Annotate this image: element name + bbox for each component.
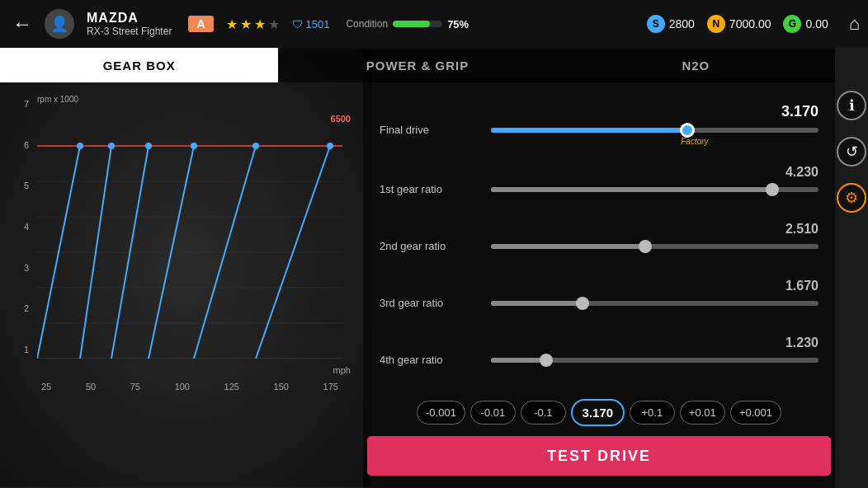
x-label-175: 175 [323, 382, 338, 392]
y-label-3: 3 [24, 263, 29, 273]
gear2-value: 2.510 [380, 222, 818, 237]
gem-icon: G [783, 15, 801, 33]
silver-value: 2800 [669, 17, 695, 30]
adj-minus-0001[interactable]: -0.001 [417, 401, 465, 425]
tab-n2o[interactable]: N2O [557, 48, 835, 82]
y-label-2: 2 [24, 303, 29, 313]
mph-label: mph [333, 365, 351, 375]
x-label-150: 150 [274, 382, 289, 392]
final-drive-value: 3.170 [380, 103, 818, 120]
gear4-thumb[interactable] [540, 354, 553, 367]
final-drive-slider[interactable]: Factory [491, 128, 818, 133]
gem-value: 0.00 [805, 17, 828, 30]
gear4-slider[interactable] [491, 358, 818, 363]
tune-button[interactable]: ⚙ [837, 183, 866, 213]
header: ← 👤 MAZDA RX-3 Street Fighter A ★ ★ ★ ★ … [0, 0, 868, 48]
reset-button[interactable]: ↺ [837, 137, 866, 167]
y-label-4: 4 [24, 222, 29, 232]
gear-chart-svg [37, 111, 342, 359]
gear3-thumb[interactable] [576, 297, 589, 310]
x-label-25: 25 [41, 382, 51, 392]
gear-chart: rpm x 1000 7 6 5 4 3 2 1 6500 [8, 91, 355, 404]
y-label-6: 6 [24, 140, 29, 150]
factory-label: Factory [681, 137, 708, 146]
star-2: ★ [240, 16, 252, 32]
star-4: ★ [268, 16, 280, 32]
x-label-100: 100 [175, 382, 190, 392]
back-button[interactable]: ← [8, 8, 36, 40]
info-button[interactable]: ℹ [837, 91, 866, 120]
svg-point-17 [252, 143, 259, 149]
currency-silver: S 2800 [647, 15, 695, 33]
silver-icon: S [647, 15, 665, 33]
x-axis-labels: 25 50 75 100 125 150 175 [37, 382, 342, 392]
home-button[interactable]: ⌂ [849, 13, 860, 35]
car-model: RX-3 Street Fighter [87, 26, 172, 37]
gear2-fill [491, 244, 645, 249]
final-drive-thumb[interactable] [680, 123, 695, 138]
gear3-slider[interactable] [491, 301, 818, 306]
gold-icon: N [707, 15, 725, 33]
gear3-fill [491, 301, 583, 306]
shield-icon: 🛡 [292, 18, 303, 30]
gear4-label: 4th gear ratio [380, 354, 487, 366]
adj-plus-0001[interactable]: +0.001 [730, 401, 781, 425]
shield-rating: 🛡 1501 [292, 18, 330, 30]
side-icons: ℹ ↺ ⚙ [835, 82, 868, 213]
svg-point-9 [77, 143, 83, 149]
condition-label: Condition [346, 18, 388, 30]
condition: Condition 75% [346, 18, 469, 30]
adj-plus-001[interactable]: +0.01 [680, 401, 725, 425]
gear1-fill [491, 187, 772, 192]
y-label-5: 5 [24, 181, 29, 190]
gear4-value: 1.230 [380, 336, 818, 350]
condition-percent: 75% [447, 18, 469, 30]
adjustment-buttons: -0.001 -0.01 -0.1 3.170 +0.1 +0.01 +0.00… [367, 399, 831, 426]
x-label-50: 50 [86, 382, 96, 392]
grade-badge: A [188, 16, 213, 32]
final-drive-fill [491, 128, 687, 133]
gear1-slider[interactable] [491, 187, 818, 192]
gold-value: 7000.00 [729, 17, 771, 30]
gear1-label: 1st gear ratio [380, 183, 487, 195]
y-label-1: 1 [24, 345, 29, 354]
gear1-value: 4.230 [380, 165, 818, 180]
shield-value: 1501 [306, 18, 330, 30]
currency-display: S 2800 N 7000.00 G 0.00 [647, 15, 828, 33]
gear3-value: 1.670 [380, 279, 818, 293]
x-label-125: 125 [224, 382, 239, 392]
test-drive-button[interactable]: TEST DRIVE [367, 436, 831, 476]
condition-fill [393, 21, 430, 27]
adj-minus-01[interactable]: -0.1 [521, 401, 566, 425]
car-info: MAZDA RX-3 Street Fighter [87, 11, 172, 37]
gear3-label: 3rd gear ratio [380, 297, 487, 309]
condition-bar [393, 21, 442, 27]
adj-current-value: 3.170 [571, 399, 625, 426]
tab-power-grip[interactable]: POWER & GRIP [278, 48, 556, 82]
final-drive-label: Final drive [380, 124, 487, 136]
x-label-75: 75 [130, 382, 140, 392]
car-name: MAZDA [87, 11, 172, 26]
gear1-thumb[interactable] [766, 183, 779, 196]
y-label-7: 7 [24, 99, 29, 109]
controls-panel: 3.170 Final drive Factory 4.230 1st gear… [367, 87, 831, 378]
gear4-fill [491, 358, 546, 363]
currency-gold: N 7000.00 [707, 15, 771, 33]
currency-gem: G 0.00 [783, 15, 828, 33]
adj-plus-01[interactable]: +0.1 [630, 401, 675, 425]
stars: ★ ★ ★ ★ [226, 16, 280, 32]
y-axis-labels: 7 6 5 4 3 2 1 [8, 99, 33, 354]
rpm-label: rpm x 1000 [37, 95, 78, 104]
svg-point-15 [191, 143, 197, 149]
star-3: ★ [254, 16, 266, 32]
adj-minus-001[interactable]: -0.01 [470, 401, 516, 425]
avatar[interactable]: 👤 [45, 9, 74, 39]
tabs: GEAR BOX POWER & GRIP N2O [0, 48, 835, 82]
gear2-slider[interactable] [491, 244, 818, 249]
svg-point-19 [327, 143, 333, 149]
svg-point-13 [145, 143, 152, 149]
gear2-thumb[interactable] [639, 240, 652, 253]
gear2-label: 2nd gear ratio [380, 240, 487, 252]
tab-gearbox[interactable]: GEAR BOX [0, 48, 278, 82]
svg-point-11 [108, 143, 115, 149]
